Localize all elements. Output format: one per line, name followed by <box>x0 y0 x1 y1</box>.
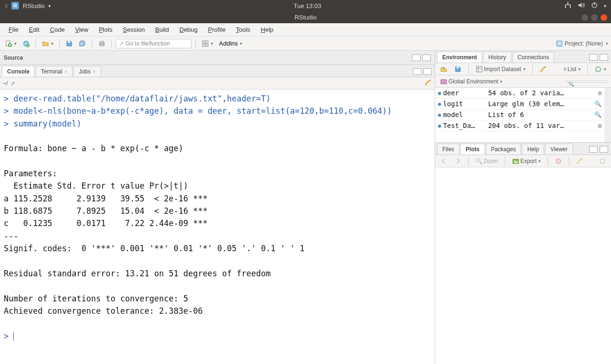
new-file-button[interactable]: ▾ <box>3 39 18 48</box>
working-dir-popout-icon[interactable]: ⇗ <box>10 80 15 87</box>
close-icon[interactable]: × <box>64 69 67 74</box>
environment-row[interactable]: ●logitLarge glm (30 elem…🔍 <box>435 99 604 109</box>
menu-help[interactable]: Help <box>256 25 278 35</box>
tab-plots[interactable]: Plots <box>460 144 484 155</box>
scope-selector[interactable]: Global Environment ▾ <box>438 77 504 86</box>
working-dir[interactable]: ~/ <box>3 80 8 87</box>
grid-view-button[interactable]: ▾ <box>200 39 215 48</box>
menu-view[interactable]: View <box>70 25 93 35</box>
menu-session[interactable]: Session <box>118 25 149 35</box>
grid-icon[interactable]: ▦ <box>598 122 602 129</box>
list-view-button[interactable]: ≡ List ▾ <box>561 65 583 73</box>
save-all-button[interactable] <box>77 39 88 48</box>
source-maximize-icon[interactable] <box>422 55 431 61</box>
plot-next-button[interactable] <box>452 156 464 166</box>
expand-icon[interactable]: ● <box>438 101 441 107</box>
object-value: Large glm (30 elem… <box>488 100 593 108</box>
addins-button[interactable]: Addins ▾ <box>217 39 244 48</box>
environment-list: ●deer54 obs. of 2 varia…▦●logitLarge glm… <box>435 88 604 142</box>
environment-scope-bar: Global Environment ▾ 🔍 <box>435 75 611 88</box>
environment-row[interactable]: ●Test_Da…204 obs. of 11 var…▦ <box>435 120 604 131</box>
plots-minimize-icon[interactable] <box>589 146 598 153</box>
tab-jobs[interactable]: Jobs× <box>73 66 101 77</box>
plots-maximize-icon[interactable] <box>600 146 608 153</box>
environment-row[interactable]: ●deer54 obs. of 2 varia…▦ <box>435 88 604 99</box>
system-clock[interactable]: Tue 13:03 <box>51 2 564 9</box>
close-icon[interactable]: × <box>93 69 96 74</box>
tab-viewer[interactable]: Viewer <box>545 144 573 155</box>
console-minimize-icon[interactable] <box>413 68 421 75</box>
tab-help[interactable]: Help <box>522 144 544 155</box>
svg-rect-15 <box>206 41 208 43</box>
inspect-icon[interactable]: 🔍 <box>594 111 602 118</box>
import-dataset-button[interactable]: Import Dataset ▾ <box>474 64 528 74</box>
tab-console[interactable]: Console <box>2 66 35 77</box>
expand-icon[interactable]: ● <box>438 123 441 129</box>
tab-packages[interactable]: Packages <box>486 144 521 155</box>
env-maximize-icon[interactable] <box>600 54 608 61</box>
window-title: RStudio <box>294 14 316 21</box>
plot-toolbar: 🔍 Zoom Export ▾ <box>435 155 611 167</box>
goto-arrow-icon: ↗ <box>119 40 124 47</box>
menu-file[interactable]: File <box>4 25 23 35</box>
menu-edit[interactable]: Edit <box>24 25 44 35</box>
menu-profile[interactable]: Profile <box>203 25 230 35</box>
clear-plots-button[interactable] <box>574 156 585 166</box>
menu-code[interactable]: Code <box>45 25 69 35</box>
network-icon[interactable] <box>564 1 572 10</box>
save-workspace-button[interactable] <box>452 64 464 74</box>
grid-icon[interactable]: ▦ <box>598 90 602 96</box>
console-maximize-icon[interactable] <box>423 68 432 75</box>
refresh-plots-button[interactable] <box>597 156 608 166</box>
load-workspace-button[interactable] <box>438 64 449 74</box>
app-name[interactable]: RStudio <box>23 2 45 9</box>
save-button[interactable] <box>64 39 75 48</box>
menu-bar: File Edit Code View Plots Session Build … <box>0 23 611 36</box>
print-button[interactable] <box>96 39 108 48</box>
plot-tabs: Files Plots Packages Help Viewer <box>435 143 611 155</box>
env-minimize-icon[interactable] <box>589 54 598 61</box>
menu-tools[interactable]: Tools <box>231 25 255 35</box>
power-icon[interactable] <box>591 1 598 10</box>
scrollbar[interactable] <box>604 88 611 142</box>
system-menu-dropdown-icon[interactable]: ▾ <box>604 3 606 9</box>
project-selector[interactable]: R Project: (None) ▾ <box>556 40 608 47</box>
minimize-button[interactable] <box>582 14 588 21</box>
export-button[interactable]: Export ▾ <box>510 156 543 166</box>
volume-icon[interactable] <box>577 1 585 10</box>
goto-file-input[interactable]: ↗ Go to file/function <box>116 39 192 48</box>
plot-prev-button[interactable] <box>438 156 449 166</box>
tab-terminal[interactable]: Terminal× <box>36 66 73 77</box>
environment-row[interactable]: ●modelList of 6🔍 <box>435 109 604 120</box>
menu-plots[interactable]: Plots <box>94 25 117 35</box>
tab-history[interactable]: History <box>483 52 511 63</box>
zoom-button[interactable]: 🔍 Zoom <box>474 157 500 165</box>
tab-environment[interactable]: Environment <box>437 52 482 63</box>
tab-connections[interactable]: Connections <box>512 52 555 63</box>
clear-console-button[interactable] <box>424 79 432 88</box>
open-file-button[interactable]: ▾ <box>40 39 55 48</box>
environment-search-input[interactable]: 🔍 <box>565 81 608 82</box>
rstudio-logo-icon: R <box>11 2 19 9</box>
clear-workspace-button[interactable] <box>538 64 549 74</box>
console-tabs: Console Terminal× Jobs× <box>0 65 435 77</box>
console-output[interactable]: > deer<-read.table("/home/dataflair/jaws… <box>0 90 435 364</box>
svg-rect-19 <box>476 66 482 72</box>
object-name: Test_Da… <box>443 122 488 129</box>
maximize-button[interactable] <box>591 14 598 21</box>
refresh-button[interactable]: ▾ <box>593 64 608 74</box>
menu-debug[interactable]: Debug <box>175 25 202 35</box>
svg-rect-14 <box>202 41 205 43</box>
inspect-icon[interactable]: 🔍 <box>594 100 602 107</box>
tab-files[interactable]: Files <box>437 144 459 155</box>
close-button[interactable] <box>601 14 607 21</box>
remove-plot-button[interactable] <box>553 156 564 166</box>
system-bar: s R RStudio ▾ Tue 13:03 ▾ <box>0 0 611 11</box>
expand-icon[interactable]: ● <box>438 112 441 118</box>
svg-rect-13 <box>100 45 103 46</box>
new-project-button[interactable]: R <box>20 39 32 48</box>
expand-icon[interactable]: ● <box>438 90 441 96</box>
source-minimize-icon[interactable] <box>412 55 420 61</box>
menu-build[interactable]: Build <box>151 25 174 35</box>
object-value: List of 6 <box>488 111 593 118</box>
